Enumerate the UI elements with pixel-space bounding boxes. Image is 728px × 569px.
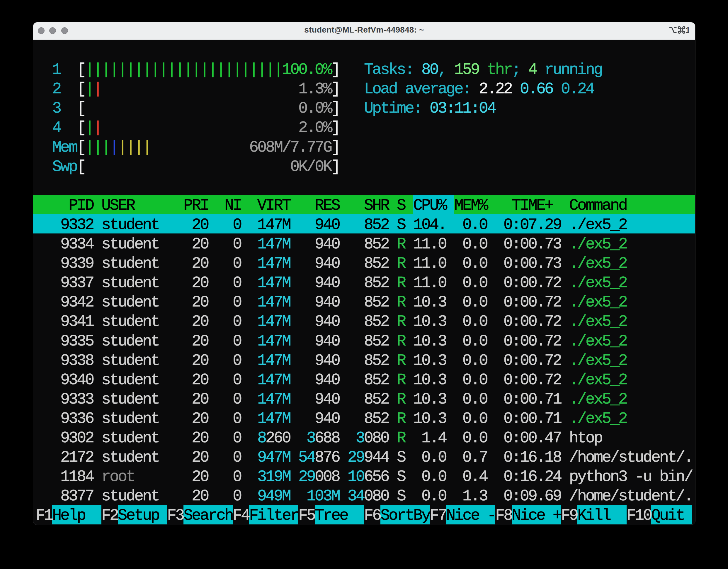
svg-text:1: 1 bbox=[686, 26, 689, 34]
